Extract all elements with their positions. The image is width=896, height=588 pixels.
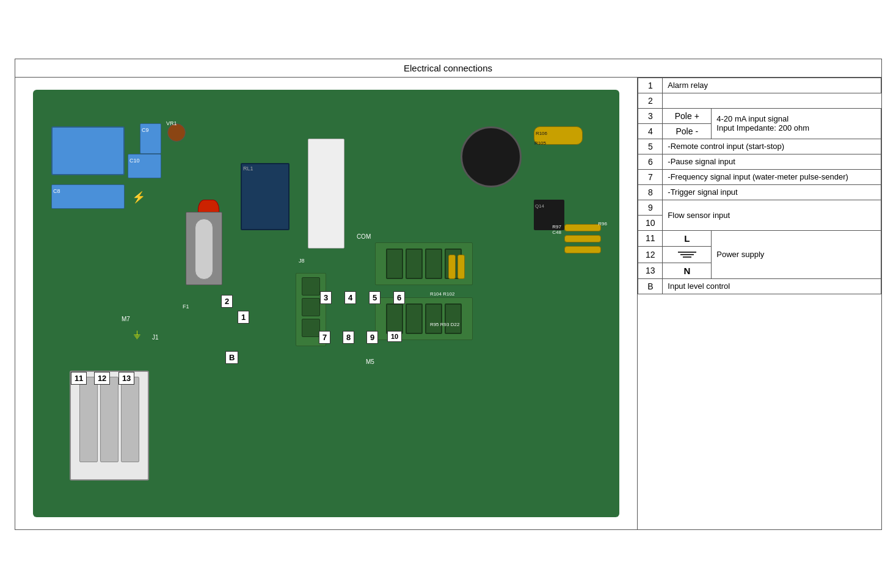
num-cell-4: 4 xyxy=(638,123,663,139)
relay-rl1: RL1 xyxy=(241,163,290,230)
pcb-letter-B: B xyxy=(225,351,238,364)
desc-trigger: -Trigger signal input xyxy=(663,184,881,200)
relay-block xyxy=(51,126,125,175)
desc-420ma: 4-20 mA input signalInput Impedante: 200… xyxy=(712,108,881,139)
ground-symbol-cell xyxy=(663,246,712,263)
table-row-2: 2 xyxy=(638,93,881,108)
num-cell-1: 1 xyxy=(638,78,663,93)
page-title: Electrical connections xyxy=(15,59,881,77)
j1-label: J1 xyxy=(152,334,159,341)
table-row-3: 3 Pole + 4-20 mA input signalInput Imped… xyxy=(638,108,881,123)
ground-pcb-icon: ⏚ xyxy=(134,328,140,341)
resistor-row-1 xyxy=(448,255,465,279)
ground-line-1 xyxy=(678,252,696,253)
com-label: COM xyxy=(357,233,371,240)
ground-symbol xyxy=(668,249,706,260)
label-pole-minus: Pole - xyxy=(663,123,712,139)
table-row-B: B Input level control xyxy=(638,278,881,294)
num-cell-5: 5 xyxy=(638,139,663,154)
pcb-image-cell: C9 C10 C8 VR1 RL1 F1 xyxy=(15,77,638,529)
num-cell-3: 3 xyxy=(638,108,663,123)
pcb-num-2: 2 xyxy=(221,295,233,308)
num-cell-11: 11 xyxy=(638,230,663,246)
pcb-num-11: 11 xyxy=(71,372,87,385)
desc-pause: -Pause signal input xyxy=(663,154,881,169)
pcb-num-3: 3 xyxy=(320,291,332,304)
table-row-11: 11 L Power supply xyxy=(638,230,881,246)
num-cell-2: 2 xyxy=(638,93,663,108)
pcb-num-5: 5 xyxy=(369,291,381,304)
cap-c10: C10 xyxy=(128,154,161,178)
num-cell-10: 10 xyxy=(638,215,663,230)
num-cell-9: 9 xyxy=(638,200,663,215)
desc-input-level: Input level control xyxy=(663,278,881,294)
terminal-block xyxy=(70,371,149,481)
pcb-num-7: 7 xyxy=(319,331,330,344)
label-pole-plus: Pole + xyxy=(663,108,712,123)
num-cell-7: 7 xyxy=(638,169,663,184)
pcb-num-1: 1 xyxy=(238,311,249,324)
num-cell-8: 8 xyxy=(638,184,663,200)
desc-alarm-relay: Alarm relay xyxy=(663,78,881,93)
pcb-num-4: 4 xyxy=(344,291,356,304)
cap-c9: C9 xyxy=(140,123,161,154)
connection-table: 1 Alarm relay 2 3 xyxy=(638,78,881,294)
pcb-num-12: 12 xyxy=(94,372,110,385)
table-row-7: 7 -Frequency signal input (water-meter p… xyxy=(638,169,881,184)
pcb-num-9: 9 xyxy=(366,331,378,344)
label-L: L xyxy=(663,230,712,246)
table-row-9: 9 Flow sensor input xyxy=(638,200,881,215)
pcb-num-10: 10 xyxy=(387,331,402,342)
lightning-icon: ⚡ xyxy=(132,191,145,204)
ground-line-3 xyxy=(683,256,691,258)
desc-frequency: -Frequency signal input (water-meter pul… xyxy=(663,169,881,184)
label-N: N xyxy=(663,263,712,278)
fuse-block xyxy=(186,212,222,285)
ground-line-2 xyxy=(680,254,694,255)
table-row-5: 5 -Remote control input (start-stop) xyxy=(638,139,881,154)
num-cell-6: 6 xyxy=(638,154,663,169)
num-cell-12: 12 xyxy=(638,246,663,263)
info-cell: 1 Alarm relay 2 3 xyxy=(638,77,881,529)
m7-label: M7 xyxy=(122,316,130,322)
big-capacitor xyxy=(461,126,522,187)
desc-power-supply: Power supply xyxy=(712,230,881,278)
table-row-8: 8 -Trigger signal input xyxy=(638,184,881,200)
num-cell-13: 13 xyxy=(638,263,663,278)
cap-c8: C8 xyxy=(51,184,125,209)
resistor-r106: R106R105 xyxy=(534,126,583,145)
white-connector xyxy=(308,139,344,249)
pcb-board: C9 C10 C8 VR1 RL1 F1 xyxy=(33,90,619,517)
pcb-num-8: 8 xyxy=(343,331,354,344)
m5-label: M5 xyxy=(366,358,374,365)
pcb-num-13: 13 xyxy=(118,372,134,385)
table-row-6: 6 -Pause signal input xyxy=(638,154,881,169)
main-table: Electrical connections C9 C10 C8 VR1 RL xyxy=(15,59,882,530)
desc-flow-sensor: Flow sensor input xyxy=(663,200,881,230)
desc-remote: -Remote control input (start-stop) xyxy=(663,139,881,154)
pcb-num-6: 6 xyxy=(393,291,405,304)
num-cell-B: B xyxy=(638,278,663,294)
